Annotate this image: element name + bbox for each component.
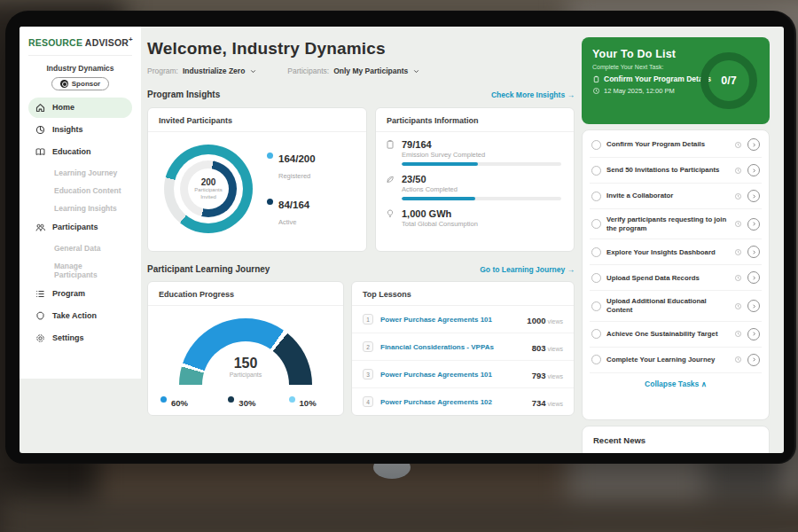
- task-checkbox[interactable]: [591, 273, 601, 283]
- gear-icon: [35, 332, 46, 344]
- sidebar-item-manage-participants[interactable]: Manage Participants: [28, 257, 132, 284]
- task-go-button[interactable]: [747, 218, 760, 231]
- task-row: Confirm Your Program Details: [590, 132, 762, 158]
- sidebar-item-take-action[interactable]: Take Action: [28, 306, 132, 326]
- chevron-up-icon: ∧: [701, 379, 707, 388]
- home-icon: [35, 102, 46, 113]
- task-go-button[interactable]: [747, 190, 760, 202]
- sidebar-item-insights[interactable]: Insights: [28, 120, 132, 140]
- chevron-right-icon: [751, 331, 757, 337]
- task-checkbox[interactable]: [591, 247, 601, 257]
- task-go-button[interactable]: [747, 271, 760, 284]
- sidebar-item-learning-journey[interactable]: Learning Journey: [28, 164, 132, 182]
- program-label: Program:: [147, 66, 178, 75]
- lesson-row: 4 Power Purchase Agreements 102 734views: [352, 388, 574, 416]
- gauge-center-value: 150: [234, 356, 258, 372]
- task-checkbox[interactable]: [591, 166, 601, 176]
- task-label: Explore Your Insights Dashboard: [606, 248, 729, 257]
- dashboard-screen: RESOURCE ADVISOR+ Industry Dynamics Spon…: [20, 27, 784, 453]
- lesson-row: 1 Power Purchase Agreements 101 1000view…: [352, 306, 574, 333]
- sidebar-item-label: Participants: [52, 223, 98, 231]
- todo-progress-ring: 0/7: [700, 52, 757, 109]
- task-checkbox[interactable]: [591, 355, 601, 364]
- sidebar-item-education[interactable]: Education: [28, 142, 132, 162]
- task-go-button[interactable]: [747, 138, 760, 151]
- task-go-button[interactable]: [747, 354, 760, 366]
- sidebar-item-label: Settings: [52, 333, 84, 342]
- lesson-link[interactable]: Power Purchase Agreements 101: [380, 316, 520, 324]
- task-label: Invite a Collaborator: [606, 192, 729, 200]
- sidebar: RESOURCE ADVISOR+ Industry Dynamics Spon…: [20, 27, 141, 379]
- insights-icon: [35, 124, 46, 136]
- learning-cards-row: Education Progress 150 Participants: [147, 281, 575, 416]
- sidebar-item-participants[interactable]: Participants: [28, 217, 132, 238]
- card-title: Top Lessons: [352, 282, 574, 306]
- arrow-right-icon: →: [567, 265, 575, 274]
- todo-hero-card: Your To Do List Complete Your Next Task:…: [582, 37, 770, 124]
- program-insights-header: Program Insights Check More Insights →: [147, 90, 575, 99]
- go-to-learning-journey-link[interactable]: Go to Learning Journey →: [480, 265, 575, 274]
- task-label: Send 50 Invitations to Participants: [606, 166, 729, 175]
- task-go-button[interactable]: [747, 246, 760, 258]
- sidebar-item-general-data[interactable]: General Data: [28, 239, 132, 257]
- check-more-insights-link[interactable]: Check More Insights →: [491, 90, 575, 99]
- sponsor-label: Sponsor: [72, 80, 100, 88]
- lesson-link[interactable]: Power Purchase Agreements 102: [380, 398, 525, 406]
- education-progress-card: Education Progress 150 Participants: [147, 281, 344, 416]
- lesson-rank: 1: [363, 314, 373, 325]
- donut-center-label: ParticipantsInvited: [194, 187, 222, 201]
- learning-journey-header: Participant Learning Journey Go to Learn…: [147, 264, 575, 274]
- sidebar-item-label: Insights: [52, 125, 83, 134]
- program-dropdown[interactable]: Program: Industrialize Zero: [147, 66, 257, 75]
- sidebar-item-learning-insights[interactable]: Learning Insights: [28, 200, 132, 217]
- sponsor-badge[interactable]: Sponsor: [51, 77, 109, 90]
- task-checkbox[interactable]: [591, 219, 601, 229]
- clipboard-icon: [592, 75, 600, 83]
- lesson-link[interactable]: Power Purchase Agreements 101: [380, 371, 525, 379]
- top-lessons-card: Top Lessons 1 Power Purchase Agreements …: [351, 281, 575, 416]
- chevron-right-icon: [751, 249, 757, 255]
- task-go-button[interactable]: [747, 300, 760, 312]
- task-checkbox[interactable]: [591, 140, 601, 150]
- task-row: Complete Your Learning Journey: [590, 348, 762, 373]
- task-row: Invite a Collaborator: [590, 184, 762, 209]
- sidebar-item-home[interactable]: Home: [28, 98, 132, 118]
- leaf-icon: [385, 174, 395, 184]
- task-row: Verify participants requesting to join t…: [590, 209, 762, 239]
- task-go-button[interactable]: [747, 328, 760, 340]
- task-label: Confirm Your Program Details: [606, 140, 729, 149]
- participants-dropdown[interactable]: Participants: Only My Participants: [287, 66, 420, 75]
- task-label: Achieve One Sustainability Target: [606, 330, 729, 339]
- sidebar-item-settings[interactable]: Settings: [28, 328, 132, 348]
- task-checkbox[interactable]: [591, 301, 601, 311]
- gauge-center-label: Participants: [230, 372, 262, 378]
- lesson-rank: 4: [363, 396, 373, 407]
- lesson-link[interactable]: Financial Considerations - VPPAs: [380, 343, 525, 351]
- logo-resource: RESOURCE: [28, 37, 82, 48]
- legend-completed: 60%Completed: [160, 394, 201, 416]
- sidebar-item-education-content[interactable]: Education Content: [28, 182, 132, 200]
- monitor-bezel: RESOURCE ADVISOR+ Industry Dynamics Spon…: [5, 11, 796, 464]
- task-checkbox[interactable]: [591, 329, 601, 339]
- collapse-tasks-link[interactable]: Collapse Tasks ∧: [590, 373, 762, 392]
- task-row: Upload Spend Data Records: [590, 265, 762, 291]
- bulb-icon: [385, 208, 395, 219]
- clock-icon: [734, 192, 742, 200]
- emission-progress-bar: [402, 162, 561, 166]
- clock-icon: [734, 330, 742, 338]
- task-label: Complete Your Learning Journey: [606, 356, 729, 364]
- sponsor-icon: [60, 80, 68, 88]
- task-label: Verify participants requesting to join t…: [606, 215, 729, 232]
- clock-icon: [592, 87, 600, 95]
- task-checkbox[interactable]: [591, 192, 601, 201]
- sidebar-item-program[interactable]: Program: [28, 284, 132, 304]
- task-row: Send 50 Invitations to Participants: [590, 158, 762, 184]
- main-content: Welcome, Industry Dynamics Program: Indu…: [147, 27, 575, 453]
- card-title: Participants Information: [376, 108, 574, 132]
- chevron-right-icon: [751, 303, 757, 309]
- task-row: Explore Your Insights Dashboard: [590, 239, 762, 265]
- todo-tasks-card: Confirm Your Program Details Send 50 Inv…: [582, 129, 770, 420]
- metric-value: 23/50: [402, 174, 561, 184]
- education-gauge-chart: 150 Participants: [179, 318, 312, 385]
- task-go-button[interactable]: [747, 164, 760, 176]
